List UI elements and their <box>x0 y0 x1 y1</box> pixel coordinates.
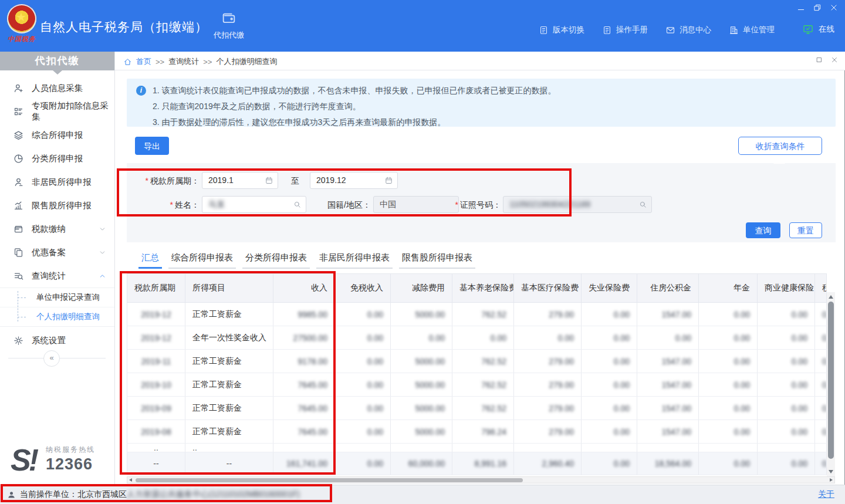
module-tab-label: 代扣代缴 <box>204 30 254 40</box>
sidebar-item-5[interactable]: 非居民所得申报 <box>0 170 114 194</box>
about-link[interactable]: 关于 <box>818 489 834 500</box>
hotline-logo: S! 纳税服务热线 12366 <box>11 441 109 478</box>
sidebar-item-label: 系统设置 <box>32 335 66 346</box>
cell: 0.00 <box>335 452 391 475</box>
cell: 60,000.00 <box>391 452 452 475</box>
export-button[interactable]: 导出 <box>135 137 169 155</box>
close-page-icon[interactable] <box>831 56 838 63</box>
header-menu-4[interactable]: 单位管理 <box>729 25 775 35</box>
close-button[interactable] <box>830 4 838 12</box>
cell: 正常工资薪金 <box>185 373 273 397</box>
chevron-down-icon <box>99 225 106 233</box>
cell: 798.24 <box>452 420 514 444</box>
sidebar-item-1[interactable]: 人员信息采集 <box>0 76 114 100</box>
cell: 2019-10 <box>127 373 185 397</box>
user-icon <box>7 491 16 499</box>
minimize-button[interactable] <box>797 4 805 12</box>
cell: 1547.00 <box>637 397 699 420</box>
header-menu-label: 单位管理 <box>743 25 775 35</box>
query-button[interactable]: 查询 <box>746 222 780 238</box>
cell <box>582 444 637 452</box>
cell: 1547.00 <box>637 350 699 373</box>
breadcrumb-bar: 首页 >> 查询统计 >> 个人扣缴明细查询 <box>115 52 845 70</box>
search-icon[interactable] <box>293 200 302 209</box>
tab-4[interactable]: 非居民所得申报表 <box>316 252 393 269</box>
breadcrumb-home[interactable]: 首页 <box>136 56 151 67</box>
cell: 9985.00 <box>273 303 335 326</box>
cell: 0.00 <box>582 326 637 350</box>
sidebar-header-arrow-icon <box>53 70 62 75</box>
header-menu-1[interactable]: 版本切换 <box>539 25 584 35</box>
breadcrumb-separator: >> <box>203 57 212 66</box>
cell: 762.52 <box>452 350 514 373</box>
column-header: 年金 <box>699 274 758 303</box>
home-icon[interactable] <box>123 57 132 66</box>
reset-button[interactable]: 重置 <box>789 222 822 238</box>
calendar-icon[interactable] <box>265 176 273 185</box>
table-row-4: 2019-10正常工资薪金7645.000.005000.00762.52279… <box>127 373 827 397</box>
sidebar-item-8[interactable]: 优惠备案 <box>0 241 114 264</box>
sidebar-item-2[interactable]: 专项附加扣除信息采集 <box>0 100 114 123</box>
cell <box>637 444 699 452</box>
sidebar-item-9[interactable]: 查询统计 <box>0 264 114 287</box>
header-menu-label: 版本切换 <box>553 25 584 35</box>
cell: 0.00 <box>391 326 452 350</box>
gear-icon <box>13 335 24 346</box>
cell: 0.00 <box>582 397 637 420</box>
column-header: 失业保险费 <box>582 274 637 303</box>
module-tab-daikoudaijiao[interactable]: 代扣代缴 <box>204 8 254 47</box>
vertical-scrollbar[interactable] <box>827 292 835 476</box>
sidebar-item-4[interactable]: 分类所得申报 <box>0 147 114 170</box>
maximize-page-icon[interactable] <box>816 56 823 63</box>
name-label: *姓名： <box>141 200 200 211</box>
header-menu: 版本切换操作手册消息中心单位管理 <box>539 25 775 35</box>
cell: 全年一次性奖金收入 <box>185 326 273 350</box>
calendar-icon[interactable] <box>384 176 393 185</box>
result-tabs: 汇总综合所得申报表分类所得申报表非居民所得申报表限售股所得申报表 <box>138 252 482 269</box>
notice-box: i 1. 该查询统计表仅能查询已申报成功的数据，不包含未申报、申报失败，已申报但… <box>127 79 836 127</box>
restore-button[interactable] <box>813 4 822 12</box>
name-input[interactable]: 马某 <box>202 196 306 213</box>
search-icon[interactable] <box>638 200 647 209</box>
scroll-right-icon[interactable] <box>830 478 833 482</box>
sidebar-item-3[interactable]: 综合所得申报 <box>0 123 114 147</box>
cell: 正常工资薪金 <box>185 420 273 444</box>
horizontal-scrollbar[interactable] <box>127 476 835 483</box>
sidebar-item-7[interactable]: 税款缴纳 <box>0 217 114 241</box>
cell: 0.00 <box>699 303 758 326</box>
collapse-query-button[interactable]: 收折查询条件 <box>738 137 822 155</box>
table-row-3: 2019-11正常工资薪金9178.000.005000.00762.52279… <box>127 350 827 373</box>
cell: 0.00 <box>758 373 815 397</box>
sidebar-item-6[interactable]: 限售股所得申报 <box>0 194 114 217</box>
tab-5[interactable]: 限售股所得申报表 <box>399 252 475 269</box>
column-header: 免税收入 <box>335 274 391 303</box>
cell: 0.00 <box>335 397 391 420</box>
sidebar-collapse-button[interactable]: « <box>43 350 60 367</box>
cell: 279.00 <box>514 397 582 420</box>
cell: 161,741.00 <box>273 452 335 475</box>
period-from-input[interactable]: 2019.1 <box>202 172 278 189</box>
cell: 0.00 <box>582 452 637 475</box>
table-total-row: ----161,741.000.0060,000.008,991.162,960… <box>127 452 827 475</box>
header-menu-2[interactable]: 操作手册 <box>602 25 648 35</box>
scroll-left-icon[interactable] <box>129 478 132 482</box>
cell: 0.00 <box>815 420 827 444</box>
vertical-scroll-thumb[interactable] <box>828 302 834 459</box>
person-icon <box>13 177 24 188</box>
id-number-input[interactable]: 110502199304221189 <box>503 196 652 213</box>
cell <box>452 444 514 452</box>
tab-1[interactable]: 汇总 <box>138 252 162 269</box>
period-label: *税款所属期： <box>127 176 200 187</box>
tab-2[interactable]: 综合所得申报表 <box>168 252 236 269</box>
cell: 0.00 <box>699 350 758 373</box>
scroll-up-icon[interactable] <box>829 295 833 299</box>
current-unit-text: 当前操作单位：北京市西城区人力资源公共服务中心(12110102MB016000… <box>20 489 300 500</box>
cell: 1547.00 <box>637 303 699 326</box>
tab-3[interactable]: 分类所得申报表 <box>242 252 310 269</box>
period-to-input[interactable]: 2019.12 <box>310 172 398 189</box>
header-menu-3[interactable]: 消息中心 <box>665 25 711 35</box>
scroll-down-icon[interactable] <box>829 470 833 473</box>
horizontal-scroll-thumb[interactable] <box>136 478 523 482</box>
sidebar-item-settings[interactable]: 系统设置 <box>0 329 114 352</box>
wallet-icon <box>220 9 238 26</box>
